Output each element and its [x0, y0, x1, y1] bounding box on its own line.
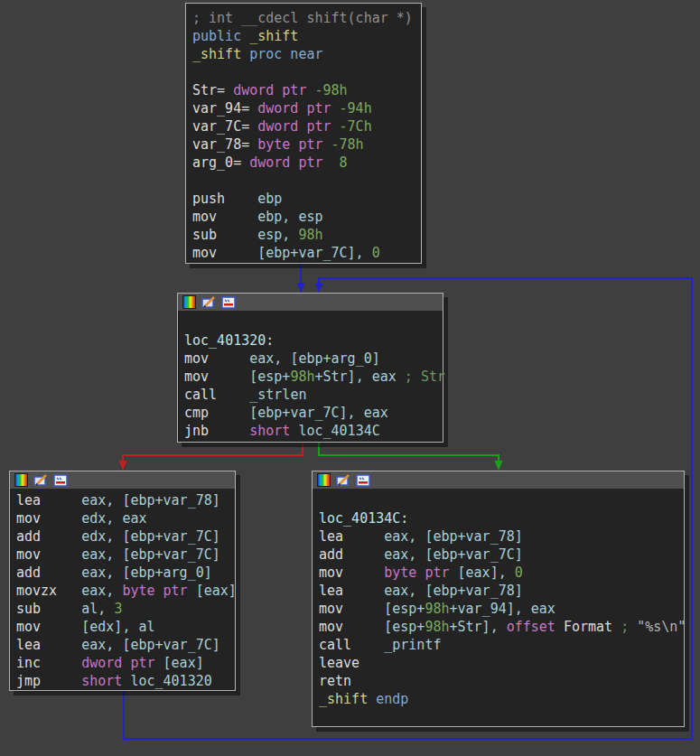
- asm-line: mov byte ptr [eax], 0: [319, 564, 684, 582]
- group-node-icon[interactable]: [221, 296, 236, 309]
- asm-line: [319, 491, 684, 509]
- edge-branch-false-arrowhead: [119, 461, 127, 471]
- node-entry[interactable]: ; int __cdecl shift(char *)public _shift…: [185, 3, 422, 264]
- edge-branch-true: [319, 443, 499, 461]
- edge-loopback-arrowhead: [315, 283, 323, 293]
- edge-branch-true-arrowhead: [495, 461, 503, 471]
- asm-line: public _shift: [192, 27, 421, 45]
- node-color-icon[interactable]: [14, 473, 28, 487]
- node-color-icon[interactable]: [317, 473, 331, 487]
- asm-line: lea eax, [ebp+var_78]: [319, 527, 684, 546]
- asm-line: lea eax, [ebp+var_78]: [319, 582, 684, 600]
- asm-line: mov [esp+98h+Str], eax ; Str: [184, 368, 443, 386]
- asm-line: loc_401320:: [184, 331, 443, 350]
- node-loc-401320-titlebar[interactable]: [178, 294, 443, 312]
- asm-line: jmp short loc_401320: [16, 672, 235, 690]
- asm-line: [192, 172, 421, 190]
- edge-entry-to-loophead-arrowhead: [297, 283, 305, 293]
- asm-line: loc_40134C:: [319, 509, 684, 527]
- node-loop-body[interactable]: lea eax, [ebp+var_78]mov edx, eaxadd edx…: [9, 471, 236, 691]
- graph-canvas[interactable]: ; int __cdecl shift(char *)public _shift…: [0, 0, 700, 756]
- asm-line: call _printf: [319, 636, 684, 654]
- asm-line: mov eax, [ebp+var_7C]: [16, 546, 235, 564]
- asm-line: [192, 63, 421, 81]
- asm-line: retn: [319, 672, 684, 690]
- asm-line: var_78= byte ptr -78h: [192, 135, 421, 154]
- asm-line: call _strlen: [184, 386, 443, 404]
- asm-line: leave: [319, 654, 684, 672]
- asm-line: _shift endp: [319, 690, 684, 708]
- edit-node-icon[interactable]: [201, 296, 216, 309]
- asm-line: lea eax, [ebp+var_78]: [16, 491, 235, 509]
- asm-line: mov [ebp+var_7C], 0: [192, 244, 421, 262]
- node-color-icon[interactable]: [182, 295, 196, 309]
- asm-line: [184, 313, 443, 331]
- asm-line: _shift proc near: [192, 45, 421, 63]
- asm-line: add eax, [ebp+arg_0]: [16, 564, 235, 582]
- asm-line: add edx, [ebp+var_7C]: [16, 527, 235, 546]
- asm-line: arg_0= dword ptr 8: [192, 154, 421, 172]
- edge-branch-false: [123, 443, 303, 461]
- asm-line: mov [esp+98h+Str], offset Format ; "%s\n…: [319, 618, 684, 636]
- asm-line: mov ebp, esp: [192, 208, 421, 226]
- node-loc-401320-code: loc_401320:mov eax, [ebp+arg_0]mov [esp+…: [178, 312, 443, 440]
- asm-line: var_7C= dword ptr -7Ch: [192, 117, 421, 135]
- asm-line: cmp [ebp+var_7C], eax: [184, 404, 443, 422]
- asm-line: Str= dword ptr -98h: [192, 81, 421, 99]
- node-loop-body-code: lea eax, [ebp+var_78]mov edx, eaxadd edx…: [10, 490, 235, 690]
- asm-line: lea eax, [ebp+var_7C]: [16, 636, 235, 654]
- asm-line: sub esp, 98h: [192, 226, 421, 244]
- asm-line: mov eax, [ebp+arg_0]: [184, 350, 443, 368]
- node-loc-40134C-code: loc_40134C:lea eax, [ebp+var_78]add eax,…: [313, 490, 684, 708]
- edit-node-icon[interactable]: [336, 474, 350, 487]
- asm-line: mov [edx], al: [16, 618, 235, 636]
- asm-line: mov edx, eax: [16, 509, 235, 527]
- node-loc-401320[interactable]: loc_401320:mov eax, [ebp+arg_0]mov [esp+…: [177, 293, 443, 443]
- asm-line: ; int __cdecl shift(char *): [192, 9, 421, 27]
- edit-node-icon[interactable]: [33, 474, 48, 487]
- asm-line: add eax, [ebp+var_7C]: [319, 546, 684, 564]
- node-entry-code: ; int __cdecl shift(char *)public _shift…: [186, 4, 421, 262]
- asm-line: mov [esp+98h+var_94], eax: [319, 600, 684, 618]
- node-loc-40134C-titlebar[interactable]: [313, 471, 684, 490]
- node-loc-40134C[interactable]: loc_40134C:lea eax, [ebp+var_78]add eax,…: [312, 471, 685, 727]
- group-node-icon[interactable]: [356, 474, 370, 487]
- asm-line: movzx eax, byte ptr [eax]: [16, 582, 235, 600]
- asm-line: sub al, 3: [16, 600, 235, 618]
- asm-line: var_94= dword ptr -94h: [192, 99, 421, 117]
- asm-line: inc dword ptr [eax]: [16, 654, 235, 672]
- asm-line: push ebp: [192, 190, 421, 208]
- asm-line: jnb short loc_40134C: [184, 422, 443, 440]
- node-loop-body-titlebar[interactable]: [10, 471, 235, 490]
- group-node-icon[interactable]: [53, 474, 68, 487]
